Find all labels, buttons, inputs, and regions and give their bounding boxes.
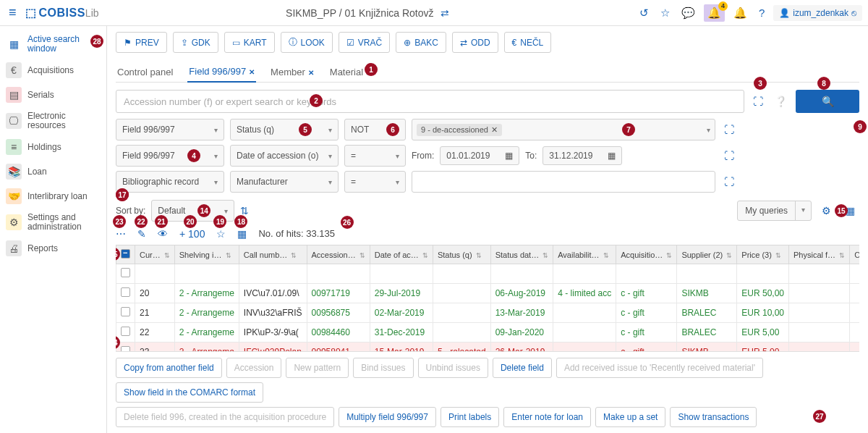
filter3-op[interactable]: =▾ [344, 171, 406, 193]
tb-look[interactable]: ⓘLOOK [281, 32, 333, 53]
col-header[interactable]: Availabilit… ⇅ [553, 245, 616, 264]
chevron-down-icon[interactable]: ▾ [796, 201, 811, 220]
star-icon[interactable]: ☆ [658, 4, 673, 22]
ba-btn[interactable]: Enter note for loan [503, 407, 591, 427]
queries-settings-icon[interactable]: ⚙16 [817, 201, 835, 221]
my-queries[interactable]: My queries ▾ 15 [737, 201, 812, 221]
tb-vrac[interactable]: ☑VRAČ [339, 32, 390, 53]
help-icon[interactable]: ? [756, 4, 767, 22]
annot-9: 9 [854, 120, 867, 133]
logout-icon[interactable]: ⎋ [851, 8, 856, 18]
expand-icon[interactable]: ⛶ [750, 93, 766, 110]
history-icon[interactable]: ↺ [637, 4, 652, 22]
tb-necl[interactable]: €NEČL [504, 32, 552, 53]
ba-btn[interactable]: Delete field [493, 358, 552, 378]
eye-icon[interactable]: 👁21 [158, 228, 168, 240]
notif-bell-alerts-icon[interactable]: 🔔4 [704, 4, 725, 22]
filter1-value[interactable]: 9 - de-accessioned✕ ▾ 7 [412, 119, 715, 140]
col-header[interactable]: Date of ac… ⇅ [370, 245, 433, 264]
username: izum_zdenkak [793, 8, 848, 18]
sidebar-item-active-search[interactable]: ▦ Active search window 28 [0, 30, 106, 58]
row-checkbox[interactable] [116, 303, 135, 323]
tb-gdk[interactable]: ⇪GDK [173, 32, 218, 53]
sidebar-item-settings[interactable]: ⚙Settings and administration [0, 209, 106, 236]
col-header[interactable]: Supplier (2) ⇅ [677, 245, 737, 264]
tb-kart[interactable]: ▭KART [224, 32, 275, 53]
tb-odd[interactable]: ⇄ODD [452, 32, 498, 53]
table-row[interactable]: 20 2 - Arrangeme IVC\u7.01/.09\ 00971719… [116, 284, 860, 303]
sidebar-item-loan[interactable]: 📚Loan [0, 159, 106, 184]
sidebar-item-interlibrary[interactable]: 🤝Interlibrary loan [0, 184, 106, 209]
ba-btn[interactable]: Show transactions [670, 407, 757, 427]
hamburger-icon[interactable]: ≡ [6, 2, 20, 23]
star-icon[interactable]: ☆19 [216, 228, 226, 240]
notif-bell-icon[interactable]: 🔔 [731, 4, 750, 22]
app-logo[interactable]: ⬚ COBISS Lib [25, 6, 99, 20]
calendar-icon[interactable]: ▦ [505, 151, 513, 161]
ba-btn[interactable]: Make up a set [595, 407, 665, 427]
ba-btn[interactable]: Multiply field 996/997 [339, 407, 436, 427]
sidebar-item-acquisitions[interactable]: €Acquisitions [0, 58, 106, 83]
tb-bakc[interactable]: ⊕BAKC [396, 32, 446, 53]
table-row[interactable] [116, 264, 860, 284]
filter3-attr[interactable]: Manufacturer▾ [230, 171, 339, 193]
filter3-field[interactable]: Bibliographic record▾ [116, 171, 224, 193]
col-header[interactable]: Accession… ⇅ [307, 245, 370, 264]
sidebar-item-holdings[interactable]: ≡Holdings [0, 135, 106, 159]
context-path: SIKMB_PP / 01 Knjižnica Rotovž [286, 7, 433, 19]
more-icon[interactable]: ⋯23 [116, 228, 126, 240]
expand-row-icon[interactable]: ⛶ [721, 147, 739, 164]
calendar-icon[interactable]: ▦ [608, 151, 616, 161]
col-header[interactable]: Status dat… ⇅ [490, 245, 553, 264]
tab-control-panel[interactable]: Control panel [116, 62, 174, 82]
search-input[interactable] [116, 90, 744, 113]
date-from[interactable]: 01.01.2019▦ [440, 146, 519, 165]
tab-bar: Control panel Field 996/997✕ Member✕ Mat… [116, 62, 859, 83]
table-row[interactable]: 23 2 - Arrangeme IFC\u929Polan 00958041 … [116, 342, 860, 352]
filter2-op[interactable]: =▾ [344, 145, 406, 167]
close-icon[interactable]: ✕ [249, 68, 255, 76]
ba-btn[interactable]: Print labels [441, 407, 499, 427]
close-icon[interactable]: ✕ [308, 69, 314, 77]
ba-btn[interactable]: Copy from another field [116, 358, 222, 378]
filter1-field[interactable]: Field 996/997▾ [116, 119, 224, 140]
sidebar-item-electronic[interactable]: 🖵Electronic resources [0, 107, 106, 135]
grid-icon[interactable]: ▦18 [237, 228, 247, 240]
sitemap-icon[interactable]: ⇄ [441, 7, 449, 19]
expand-row-icon[interactable]: ⛶9 [721, 121, 739, 138]
sidebar-item-serials[interactable]: ▤Serials [0, 83, 106, 107]
col-header[interactable]: Copy/set i… ⇅ [850, 245, 859, 264]
tab-member[interactable]: Member✕ [269, 62, 315, 82]
filter1-op[interactable]: NOT▾ 6 [344, 119, 406, 140]
user-menu[interactable]: 👤 izum_zdenkak ⎋ [773, 5, 862, 21]
filter-pill[interactable]: 9 - de-accessioned✕ [417, 124, 502, 136]
table-row[interactable]: 21 2 - Arrangeme INV\u32\aFRIŠ 00956875 … [116, 303, 860, 323]
remove-icon[interactable]: ✕ [491, 125, 498, 135]
more-100[interactable]: + 10020 [179, 228, 205, 240]
ba-btn[interactable]: Show field in the COMARC format [116, 382, 263, 403]
help-icon[interactable]: ❔ [772, 93, 790, 110]
edit-icon[interactable]: ✎22 [137, 228, 146, 240]
search-button[interactable]: 🔍 [796, 90, 859, 113]
col-header[interactable]: Acquisitio… ⇅ [616, 245, 677, 264]
table-row[interactable]: 22 2 - Arrangeme IPK\uP-3/-9\a( 00984460… [116, 323, 860, 342]
col-header[interactable]: Shelving i… ⇅ [174, 245, 239, 264]
col-header[interactable]: Cur… ⇅ [135, 245, 175, 264]
sidebar-label: Interlibrary loan [27, 192, 101, 201]
filter2-attr[interactable]: Date of accession (o)▾ [230, 145, 339, 167]
chat-icon[interactable]: 💬 [678, 4, 698, 22]
tab-field-996[interactable]: Field 996/997✕ [187, 62, 256, 83]
col-header[interactable]: Status (q) ⇅ [433, 245, 490, 264]
expand-row-icon[interactable]: ⛶ [721, 173, 739, 190]
filter3-value[interactable] [412, 171, 715, 193]
col-header[interactable]: Physical f… ⇅ [789, 245, 850, 264]
sidebar-item-reports[interactable]: 🖨Reports [0, 236, 106, 261]
col-header[interactable]: Price (3) ⇅ [737, 245, 789, 264]
row-checkbox[interactable] [116, 284, 135, 303]
date-to[interactable]: 31.12.2019▦ [542, 146, 622, 165]
tb-prev[interactable]: ⚑PREV [116, 32, 167, 53]
filter1-attr[interactable]: Status (q)▾ 5 [230, 119, 339, 140]
euro-icon: € [512, 38, 517, 48]
col-header[interactable]: Call numb… ⇅ [239, 245, 307, 264]
filter2-field[interactable]: Field 996/997▾ 4 [116, 145, 224, 167]
